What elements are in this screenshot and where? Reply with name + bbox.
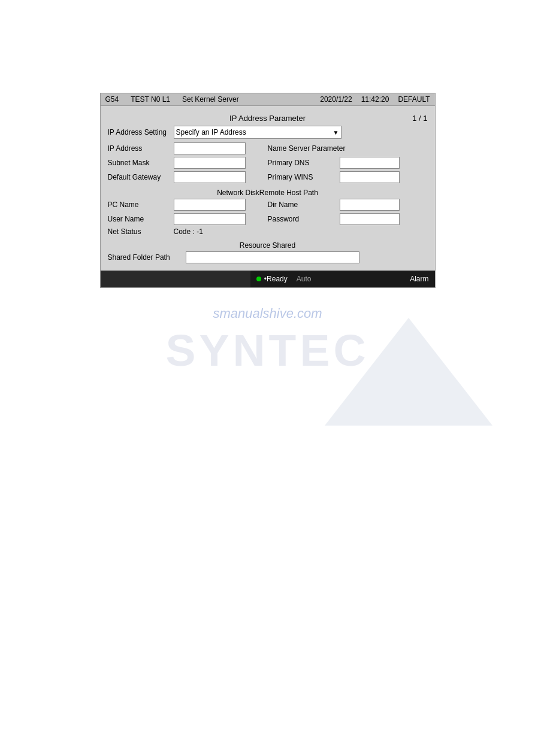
ip-address-row: IP Address Name Server Parameter [108,142,428,154]
code-label: G54 [105,95,119,104]
auto-status: Auto [297,275,312,283]
shared-folder-input[interactable] [186,251,359,263]
ready-dot [256,277,261,281]
status-indicators: •Ready Auto Alarm [250,271,435,287]
subnet-col: Subnet Mask [108,157,268,169]
net-status-row: Net Status Code : -1 [108,227,428,236]
user-name-label: User Name [108,215,174,223]
ip-address-label: IP Address [108,144,174,153]
password-col: Password [268,213,428,225]
ready-status: •Ready [256,275,288,283]
ip-setting-dropdown[interactable]: Specify an IP Address ▼ [174,126,341,139]
pc-name-input[interactable] [174,199,246,211]
subnet-label: Subnet Mask [108,159,174,167]
network-disk-header: Network DiskRemote Host Path [108,186,428,199]
pc-name-label: PC Name [108,201,174,209]
title-bar-right: 2020/1/22 11:42:20 DEFAULT [320,95,430,104]
dir-name-col: Dir Name [268,199,428,211]
time-label: 11:42:20 [361,95,389,104]
net-status-value: Code : -1 [174,227,203,236]
title-bar-left: G54 TEST N0 L1 Set Kernel Server [105,95,239,104]
mode-label: DEFAULT [398,95,430,104]
panel-title: IP Address Parameter [229,114,306,123]
watermark-small: smanualshive.com [73,306,463,321]
primary-dns-label: Primary DNS [268,159,340,167]
shared-folder-label: Shared Folder Path [108,253,186,262]
ip-setting-value: Specify an IP Address [176,128,246,136]
primary-dns-input[interactable] [340,157,400,169]
password-label: Password [268,215,340,223]
title-bar: G54 TEST N0 L1 Set Kernel Server 2020/1/… [101,93,435,106]
main-content: IP Address Parameter 1 / 1 IP Address Se… [101,106,435,271]
section-header: IP Address Parameter 1 / 1 [108,111,428,126]
dropdown-arrow-icon: ▼ [333,129,339,136]
test-label: TEST N0 L1 [131,95,170,104]
gateway-row: Default Gateway Primary WINS [108,171,428,183]
svg-marker-0 [325,318,492,426]
user-name-col: User Name [108,213,268,225]
user-name-row: User Name Password [108,213,428,225]
primary-wins-col: Primary WINS [268,171,428,183]
dir-name-label: Dir Name [268,201,340,209]
watermark-large: SYNTEC [73,324,463,376]
date-label: 2020/1/22 [320,95,352,104]
user-name-input[interactable] [174,213,246,225]
dir-name-input[interactable] [340,199,400,211]
password-input[interactable] [340,213,400,225]
pc-name-row: PC Name Dir Name [108,199,428,211]
subnet-input[interactable] [174,157,246,169]
gateway-label: Default Gateway [108,173,174,181]
ip-address-input[interactable] [174,142,246,154]
primary-dns-col: Primary DNS [268,157,428,169]
primary-wins-input[interactable] [340,171,400,183]
server-label: Set Kernel Server [182,95,239,104]
ip-address-col: IP Address [108,142,268,154]
status-bar: •Ready Auto Alarm [101,271,435,287]
ip-setting-label: IP Address Setting [108,128,174,136]
gateway-col: Default Gateway [108,171,268,183]
primary-wins-label: Primary WINS [268,173,340,181]
name-server-label: Name Server Parameter [268,144,346,153]
gateway-input[interactable] [174,171,246,183]
page-num: 1 / 1 [412,114,427,123]
net-status-label: Net Status [108,227,174,236]
name-server-col: Name Server Parameter [268,144,428,153]
status-bar-dark [101,271,250,287]
watermark: smanualshive.com SYNTEC [73,306,463,376]
subnet-row: Subnet Mask Primary DNS [108,157,428,169]
logo-triangle [325,312,492,432]
shared-folder-row: Shared Folder Path [108,251,428,263]
ip-setting-row: IP Address Setting Specify an IP Address… [108,126,428,139]
alarm-status: Alarm [410,275,434,283]
resource-shared-header: Resource Shared [108,238,428,251]
cnc-panel: G54 TEST N0 L1 Set Kernel Server 2020/1/… [100,93,436,288]
pc-name-col: PC Name [108,199,268,211]
